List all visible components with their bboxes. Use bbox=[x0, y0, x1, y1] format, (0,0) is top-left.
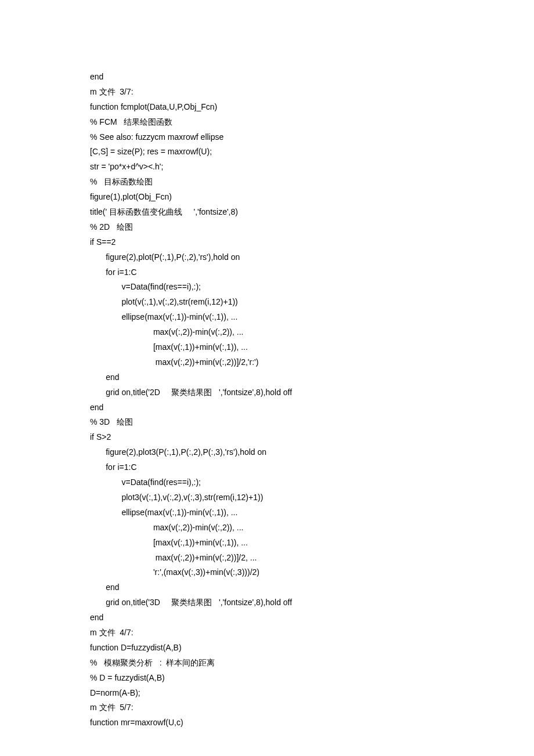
code-line: for i=1:C bbox=[90, 460, 534, 475]
code-line: [C,S] = size(P); res = maxrowf(U); bbox=[90, 144, 534, 160]
code-line: % 2D 绘图 bbox=[90, 220, 534, 235]
code-line: end bbox=[90, 610, 534, 625]
code-line: m 文件 3/7: bbox=[90, 85, 534, 100]
code-line: [max(v(:,1))+min(v(:,1)), ... bbox=[90, 536, 534, 551]
code-line: plot(v(:,1),v(:,2),str(rem(i,12)+1)) bbox=[90, 295, 534, 310]
code-line: ellipse(max(v(:,1))-min(v(:,1)), ... bbox=[90, 310, 534, 325]
code-line: function fcmplot(Data,U,P,Obj_Fcn) bbox=[90, 100, 534, 115]
code-line: if S>2 bbox=[90, 430, 534, 445]
code-line: % 目标函数绘图 bbox=[90, 175, 534, 190]
code-line: 'r:',(max(v(:,3))+min(v(:,3)))/2) bbox=[90, 565, 534, 580]
code-line: max(v(:,2))+min(v(:,2))]/2, ... bbox=[90, 551, 534, 566]
code-line: % See also: fuzzycm maxrowf ellipse bbox=[90, 130, 534, 145]
code-line: end bbox=[90, 580, 534, 595]
code-line: m 文件 4/7: bbox=[90, 625, 534, 641]
code-line: v=Data(find(res==i),:); bbox=[90, 475, 534, 490]
code-line: % D = fuzzydist(A,B) bbox=[90, 671, 534, 686]
code-line: figure(2),plot3(P(:,1),P(:,2),P(:,3),'rs… bbox=[90, 445, 534, 460]
code-line: % 模糊聚类分析 : 样本间的距离 bbox=[90, 656, 534, 671]
code-line: v=Data(find(res==i),:); bbox=[90, 280, 534, 295]
code-line: plot3(v(:,1),v(:,2),v(:,3),str(rem(i,12)… bbox=[90, 490, 534, 505]
code-line: end bbox=[90, 70, 534, 85]
code-line: max(v(:,2))+min(v(:,2))]/2,'r:') bbox=[90, 355, 534, 370]
document-page: end m 文件 3/7: function fcmplot(Data,U,P,… bbox=[0, 0, 534, 756]
code-line: grid on,title('2D 聚类结果图 ','fontsize',8),… bbox=[90, 385, 534, 400]
code-line: figure(1),plot(Obj_Fcn) bbox=[90, 190, 534, 205]
code-line: str = 'po*x+d^v><.h'; bbox=[90, 160, 534, 175]
code-line: [max(v(:,1))+min(v(:,1)), ... bbox=[90, 340, 534, 355]
code-line: if S==2 bbox=[90, 235, 534, 250]
code-line: max(v(:,2))-min(v(:,2)), ... bbox=[90, 520, 534, 536]
code-line: ellipse(max(v(:,1))-min(v(:,1)), ... bbox=[90, 505, 534, 520]
code-line: % 3D 绘图 bbox=[90, 415, 534, 430]
code-line: D=norm(A-B); bbox=[90, 686, 534, 701]
code-line: grid on,title('3D 聚类结果图 ','fontsize',8),… bbox=[90, 595, 534, 610]
code-line: for i=1:C bbox=[90, 265, 534, 280]
code-line: max(v(:,2))-min(v(:,2)), ... bbox=[90, 325, 534, 340]
code-line: function D=fuzzydist(A,B) bbox=[90, 641, 534, 656]
code-line: function mr=maxrowf(U,c) bbox=[90, 715, 534, 730]
code-line: end bbox=[90, 370, 534, 385]
code-line: end bbox=[90, 400, 534, 415]
code-line: % FCM 结果绘图函数 bbox=[90, 115, 534, 130]
code-line: title(' 目标函数值变化曲线 ','fontsize',8) bbox=[90, 205, 534, 220]
code-line: figure(2),plot(P(:,1),P(:,2),'rs'),hold … bbox=[90, 250, 534, 265]
code-line: m 文件 5/7: bbox=[90, 700, 534, 715]
